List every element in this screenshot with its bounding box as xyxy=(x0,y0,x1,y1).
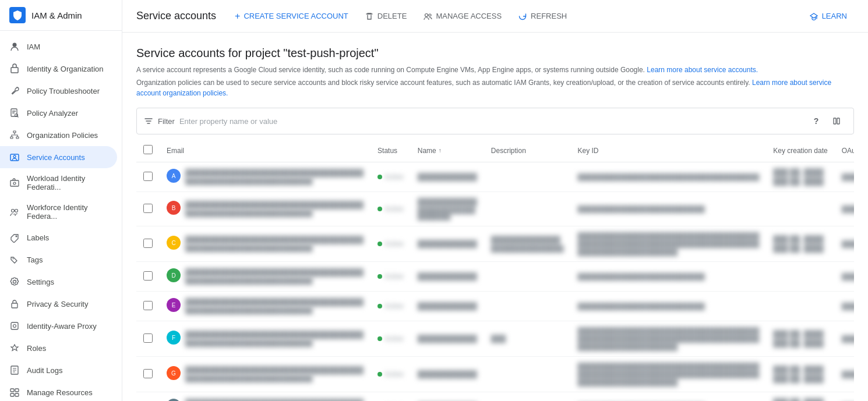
th-oauth2-client-id: OAuth 2 Client ID ? xyxy=(835,139,854,162)
sidebar-item-tags[interactable]: Tags xyxy=(0,249,117,271)
sidebar-item-label: Identity-Aware Proxy xyxy=(27,322,97,331)
sidebar-item-label: Manage Resources xyxy=(27,388,93,397)
desc1-text: A service account represents a Google Cl… xyxy=(136,66,645,74)
help-button[interactable]: ? xyxy=(807,112,825,130)
trash-icon xyxy=(365,12,374,21)
sort-asc-icon: ↑ xyxy=(439,147,442,154)
oauth-cell: ████████████████████████ xyxy=(842,335,854,342)
row-checkbox[interactable] xyxy=(143,369,153,378)
email-link[interactable]: ████████████████████████████████████ xyxy=(185,366,364,374)
sidebar-item-label: Labels xyxy=(27,233,49,242)
status-badge: Active xyxy=(377,240,404,248)
desc1-link[interactable]: Learn more about service accounts. xyxy=(647,66,758,74)
svg-rect-21 xyxy=(10,389,14,392)
lock-icon xyxy=(9,299,20,309)
row-checkbox[interactable] xyxy=(143,333,153,343)
row-checkbox[interactable] xyxy=(143,301,153,310)
oauth-cell: ████████████████████████ xyxy=(842,371,854,378)
svg-point-16 xyxy=(13,281,16,283)
svg-rect-27 xyxy=(834,118,836,124)
sidebar-item-audit-logs[interactable]: Audit Logs xyxy=(0,359,117,381)
svg-point-11 xyxy=(13,182,16,184)
filter-input[interactable] xyxy=(179,117,802,126)
row-checkbox[interactable] xyxy=(143,271,153,281)
app-logo xyxy=(9,7,26,23)
sidebar-item-label: Workload Identity Federati... xyxy=(27,174,108,191)
sidebar-item-label: Audit Logs xyxy=(27,366,62,375)
email-link[interactable]: ████████████████████████████████████ xyxy=(185,169,364,177)
sidebar-item-manage-resources[interactable]: Manage Resources xyxy=(0,381,117,401)
search-doc-icon xyxy=(9,108,20,118)
plus-icon: + xyxy=(235,11,240,22)
delete-btn-label: DELETE xyxy=(377,12,407,20)
sidebar-item-label: Settings xyxy=(27,278,54,286)
columns-button[interactable] xyxy=(828,112,846,130)
avatar: H xyxy=(167,399,181,401)
workforce-icon xyxy=(9,207,20,217)
delete-button[interactable]: DELETE xyxy=(358,7,414,26)
email-link[interactable]: ████████████████████████████████████ xyxy=(185,268,364,276)
sidebar-item-label: Identity & Organization xyxy=(27,65,104,73)
refresh-button[interactable]: REFRESH xyxy=(511,7,574,26)
sidebar-item-identity-org[interactable]: Identity & Organization xyxy=(0,58,117,80)
page-desc-1: A service account represents a Google Cl… xyxy=(136,65,854,75)
status-label: Active xyxy=(384,205,404,213)
table-row: G ████████████████████████████████████ █… xyxy=(136,357,854,392)
key-date-cell: ███ ██, ███████ ██, ████ xyxy=(773,168,827,186)
sidebar-item-privacy-security[interactable]: Privacy & Security xyxy=(0,293,117,315)
learn-button[interactable]: LEARN xyxy=(802,7,854,26)
email-link[interactable]: ████████████████████████████████████ xyxy=(185,201,364,209)
email-sub: ████████████████████████████ xyxy=(185,307,312,314)
email-link[interactable]: ████████████████████████████████████ xyxy=(185,399,364,401)
th-name[interactable]: Name ↑ xyxy=(411,139,484,162)
sidebar-item-service-accounts[interactable]: Service Accounts xyxy=(0,146,117,168)
row-checkbox[interactable] xyxy=(143,239,153,248)
table-row: C ████████████████████████████████████ █… xyxy=(136,226,854,262)
manage-access-button[interactable]: MANAGE ACCESS xyxy=(416,7,509,26)
building-icon xyxy=(9,63,20,74)
row-checkbox[interactable] xyxy=(143,172,153,181)
avatar: E xyxy=(167,298,181,312)
th-description: Description xyxy=(484,139,571,162)
table-row: A ████████████████████████████████████ █… xyxy=(136,162,854,192)
service-account-icon xyxy=(9,152,20,162)
oauth-cell: ████████████████████████ xyxy=(842,173,854,180)
sidebar-nav: IAM Identity & Organization Policy Troub… xyxy=(0,31,122,401)
svg-point-26 xyxy=(429,14,431,16)
th-oauth-label: OAuth 2 Client ID xyxy=(842,147,854,155)
sidebar-item-labels[interactable]: Labels xyxy=(0,226,117,249)
email-link[interactable]: ████████████████████████████████████ xyxy=(185,236,364,244)
sidebar-item-workforce-identity[interactable]: Workforce Identity Federa... xyxy=(0,197,117,226)
sidebar-item-settings[interactable]: Settings xyxy=(0,271,117,293)
sidebar-item-policy-troubleshooter[interactable]: Policy Troubleshooter xyxy=(0,80,117,102)
oauth-cell: ████████████████████████ xyxy=(842,240,854,247)
sidebar-item-iam[interactable]: IAM xyxy=(0,36,117,58)
status-label: Active xyxy=(384,370,404,378)
sidebar-item-identity-aware-proxy[interactable]: Identity-Aware Proxy xyxy=(0,315,117,337)
svg-point-15 xyxy=(13,258,14,260)
email-link[interactable]: ████████████████████████████████████ xyxy=(185,298,364,306)
status-label: Active xyxy=(384,302,404,310)
email-link[interactable]: ████████████████████████████████████ xyxy=(185,331,364,339)
status-label: Active xyxy=(384,173,404,181)
row-checkbox[interactable] xyxy=(143,204,153,213)
sidebar-item-label: Workforce Identity Federa... xyxy=(27,203,108,221)
th-checkbox xyxy=(136,139,160,162)
select-all-checkbox[interactable] xyxy=(143,145,153,154)
create-service-account-button[interactable]: + CREATE SERVICE ACCOUNT xyxy=(228,6,355,26)
th-keydate-label: Key creation date xyxy=(773,147,827,155)
sidebar-item-policy-analyzer[interactable]: Policy Analyzer xyxy=(0,102,117,124)
status-badge: Active xyxy=(377,302,404,310)
name-cell: ██████████████████████████████████ xyxy=(418,198,477,220)
learn-btn-label: LEARN xyxy=(822,12,847,20)
sidebar-item-roles[interactable]: Roles xyxy=(0,337,117,359)
th-email: Email xyxy=(160,139,371,162)
svg-rect-28 xyxy=(837,118,839,124)
label-icon xyxy=(9,232,20,243)
audit-icon xyxy=(9,365,20,375)
sidebar-item-org-policies[interactable]: Organization Policies xyxy=(0,124,117,146)
sidebar-item-label: Roles xyxy=(27,344,46,353)
page-title: Service accounts xyxy=(136,10,216,22)
people-icon xyxy=(423,12,432,21)
sidebar-item-workload-identity[interactable]: Workload Identity Federati... xyxy=(0,168,117,197)
